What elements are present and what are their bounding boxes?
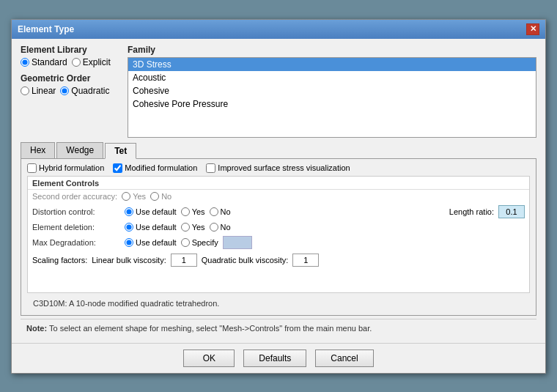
distortion-yes-item[interactable]: Yes [181, 207, 205, 216]
second-order-no-label: No [161, 192, 171, 201]
deletion-usedefault-label: Use default [136, 223, 177, 232]
family-item-acoustic[interactable]: Acoustic [128, 71, 536, 84]
length-ratio-label: Length ratio: [449, 207, 494, 216]
tet-tab-content: Hybrid formulation Modified formulation … [21, 158, 536, 316]
standard-radio[interactable] [21, 58, 29, 67]
improved-surface-label: Improved surface stress visualization [218, 163, 350, 172]
deletion-no-label: No [221, 223, 231, 232]
max-degradation-label: Max Degradation: [32, 238, 120, 247]
dialog-title: Element Type [18, 24, 74, 34]
scaling-factors-row: Scaling factors: Linear bulk viscosity: … [28, 251, 529, 269]
element-info: C3D10M: A 10-node modified quadratic tet… [27, 296, 530, 311]
deletion-no-radio[interactable] [210, 223, 218, 232]
length-ratio-input[interactable] [498, 205, 525, 218]
deletion-yes-item[interactable]: Yes [181, 223, 205, 232]
family-list[interactable]: 3D Stress Acoustic Cohesive Cohesive Por… [128, 57, 536, 138]
quadratic-radio[interactable] [60, 86, 69, 95]
degradation-usedefault-radio[interactable] [125, 238, 133, 247]
element-controls-box: Element Controls Second order accuracy: … [27, 176, 530, 293]
tabs-container: Hex Wedge Tet Hybrid formulation Modifie… [21, 142, 536, 316]
deletion-no-item[interactable]: No [210, 223, 231, 232]
element-library-label: Element Library [21, 45, 116, 55]
tab-tet[interactable]: Tet [105, 143, 136, 159]
degradation-usedefault-item[interactable]: Use default [125, 238, 177, 247]
defaults-button[interactable]: Defaults [243, 350, 306, 367]
distortion-usedefault-label: Use default [136, 207, 177, 216]
max-degradation-row: Max Degradation: Use default Specify [28, 234, 529, 251]
distortion-yes-label: Yes [192, 207, 205, 216]
linear-bulk-label: Linear bulk viscosity: [92, 256, 166, 265]
dialog-content: Element Library Standard Explicit [12, 39, 545, 343]
second-order-yes-label: Yes [133, 192, 146, 201]
top-section: Element Library Standard Explicit [21, 45, 536, 138]
linear-radio[interactable] [21, 86, 29, 95]
left-panel: Element Library Standard Explicit [21, 45, 116, 138]
family-item-3dstress[interactable]: 3D Stress [128, 58, 536, 71]
tab-hex[interactable]: Hex [21, 142, 55, 158]
improved-surface-checkbox-item[interactable]: Improved surface stress visualization [206, 163, 350, 173]
distortion-no-radio[interactable] [210, 207, 218, 216]
quadratic-bulk-input[interactable] [292, 254, 319, 267]
scaling-factors-label: Scaling factors: [32, 256, 87, 265]
note-label: Note: [26, 324, 47, 333]
title-bar: Element Type ✕ [12, 20, 545, 39]
modified-formulation-label: Modified formulation [125, 163, 197, 172]
second-order-yes-radio[interactable] [122, 192, 130, 201]
linear-bulk-input[interactable] [171, 254, 197, 267]
explicit-radio-item[interactable]: Explicit [72, 57, 111, 67]
quadratic-bulk-label: Quadratic bulk viscosity: [202, 256, 289, 265]
modified-formulation-checkbox-item[interactable]: Modified formulation [113, 163, 197, 173]
geometric-order-section: Geometric Order Linear Quadratic [21, 73, 116, 96]
hybrid-formulation-checkbox-item[interactable]: Hybrid formulation [27, 163, 104, 173]
linear-label: Linear [32, 86, 56, 96]
linear-radio-item[interactable]: Linear [21, 86, 56, 96]
deletion-yes-radio[interactable] [181, 223, 190, 232]
distortion-no-label: No [221, 207, 231, 216]
second-order-yes-item[interactable]: Yes [122, 192, 146, 201]
element-deletion-row: Element deletion: Use default Yes No [28, 221, 529, 234]
family-item-cohesive-pore[interactable]: Cohesive Pore Pressure [128, 97, 536, 111]
tabs-header: Hex Wedge Tet [21, 142, 536, 158]
explicit-radio[interactable] [72, 58, 81, 67]
degradation-specify-item[interactable]: Specify [181, 238, 218, 247]
second-order-label: Second order accuracy: [32, 192, 117, 201]
improved-surface-checkbox[interactable] [206, 163, 215, 173]
element-library-section: Element Library Standard Explicit [21, 45, 116, 67]
note-section: Note: To select an element shape for mes… [21, 319, 536, 337]
distortion-usedefault-item[interactable]: Use default [125, 207, 177, 216]
modified-formulation-checkbox[interactable] [113, 163, 122, 173]
quadratic-radio-item[interactable]: Quadratic [60, 86, 109, 96]
second-order-row: Second order accuracy: Yes No [28, 190, 529, 203]
element-deletion-label: Element deletion: [32, 223, 120, 232]
geometric-order-label: Geometric Order [21, 73, 116, 84]
degradation-value-input[interactable] [223, 236, 252, 249]
distortion-label: Distortion control: [32, 207, 120, 216]
distortion-no-item[interactable]: No [210, 207, 231, 216]
family-section: Family 3D Stress Acoustic Cohesive Cohes… [128, 45, 536, 138]
hybrid-formulation-checkbox[interactable] [27, 163, 37, 173]
second-order-no-item[interactable]: No [150, 192, 171, 201]
distortion-control-row: Distortion control: Use default Yes No [28, 203, 529, 221]
standard-radio-item[interactable]: Standard [21, 57, 67, 67]
second-order-no-radio[interactable] [150, 192, 159, 201]
distortion-usedefault-radio[interactable] [125, 207, 133, 216]
distortion-yes-radio[interactable] [181, 207, 190, 216]
cancel-button[interactable]: Cancel [315, 350, 373, 367]
close-button[interactable]: ✕ [526, 23, 539, 35]
tab-wedge[interactable]: Wedge [56, 142, 103, 158]
degradation-usedefault-label: Use default [136, 238, 177, 247]
deletion-yes-label: Yes [192, 223, 205, 232]
element-type-dialog: Element Type ✕ Element Library Standard [11, 19, 546, 374]
dialog-buttons: OK Defaults Cancel [12, 343, 545, 373]
geometric-order-options: Linear Quadratic [21, 86, 116, 96]
family-item-cohesive[interactable]: Cohesive [128, 84, 536, 97]
element-library-options: Standard Explicit [21, 57, 116, 67]
note-text: To select an element shape for meshing, … [49, 324, 372, 333]
deletion-usedefault-item[interactable]: Use default [125, 223, 177, 232]
ok-button[interactable]: OK [183, 350, 235, 367]
hybrid-formulation-label: Hybrid formulation [39, 163, 104, 172]
element-controls-label: Element Controls [28, 177, 529, 190]
deletion-usedefault-radio[interactable] [125, 223, 133, 232]
degradation-specify-radio[interactable] [181, 238, 190, 247]
family-label: Family [128, 45, 536, 55]
